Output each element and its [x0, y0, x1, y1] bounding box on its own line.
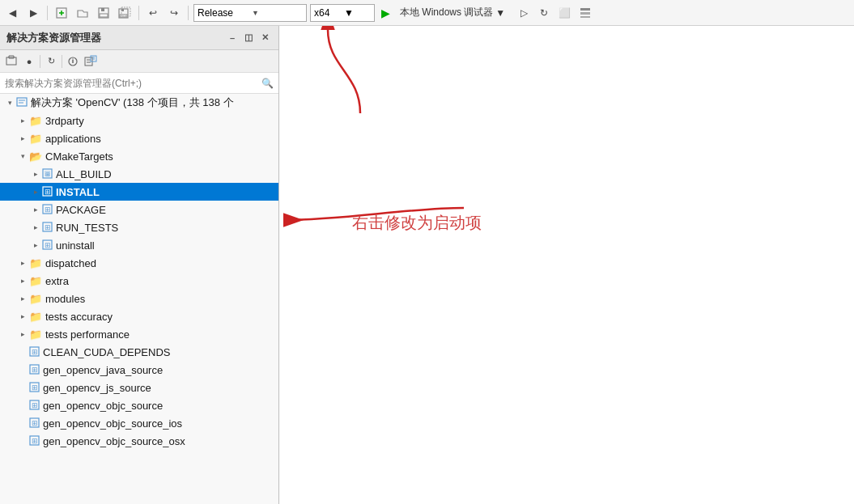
tree-item-CLEAN_CUDA[interactable]: ⊞ CLEAN_CUDA_DEPENDS	[0, 343, 278, 361]
pt-sep1	[40, 55, 40, 68]
svg-text:⊞: ⊞	[32, 437, 38, 445]
new-project-button[interactable]	[53, 4, 70, 22]
label-applications: applications	[45, 133, 101, 145]
folder-icon-CMakeTargets: 📂	[29, 150, 42, 163]
tree-item-dispatched[interactable]: ▸ 📁 dispatched	[0, 254, 278, 272]
open-button[interactable]	[74, 4, 91, 22]
run-arrow-icon: ▼	[495, 7, 505, 19]
expander-dispatched[interactable]: ▸	[16, 256, 29, 269]
tree-item-PACKAGE[interactable]: ▸ ⊞ PACKAGE	[0, 201, 278, 218]
search-bar: 🔍	[0, 73, 278, 94]
folder-icon-dispatched: 📁	[29, 257, 42, 269]
expander-CMakeTargets[interactable]: ▾	[16, 150, 29, 163]
expander-CLEAN_CUDA[interactable]	[16, 345, 29, 358]
panel-controls: – ◫ ✕	[225, 31, 272, 45]
expander-gen-java[interactable]	[16, 363, 29, 376]
forward-button[interactable]: ▶	[24, 4, 42, 22]
annotation-area: 右击修改为启动项	[279, 26, 854, 504]
label-CLEAN_CUDA: CLEAN_CUDA_DEPENDS	[43, 346, 171, 358]
expander-INSTALL[interactable]: ▸	[29, 185, 42, 198]
folder-icon-tests-accuracy: 📁	[29, 311, 42, 323]
back-button[interactable]: ◀	[3, 4, 21, 22]
solution-label: 解决方案 'OpenCV' (138 个项目，共 138 个	[31, 95, 234, 110]
tree-item-modules[interactable]: ▸ 📁 modules	[0, 290, 278, 307]
tree-item-tests-performance[interactable]: ▸ 📁 tests performance	[0, 325, 278, 343]
expander-tests-accuracy[interactable]: ▸	[16, 310, 29, 323]
platform-dropdown[interactable]: x64 ▼	[310, 4, 375, 22]
tree-item-uninstall[interactable]: ▸ ⊞ uninstall	[0, 236, 278, 254]
tree-item-applications[interactable]: ▸ 📁 applications	[0, 129, 278, 147]
panel-toolbar: ● ↻	[0, 50, 278, 73]
pending-changes-button[interactable]: ●	[21, 53, 37, 70]
expander-applications[interactable]: ▸	[16, 132, 29, 145]
label-tests-performance: tests performance	[45, 328, 130, 341]
sep2	[138, 6, 139, 20]
label-ALL_BUILD: ALL_BUILD	[56, 168, 112, 180]
expander-ALL_BUILD[interactable]: ▸	[29, 167, 42, 180]
tree-item-tests-accuracy[interactable]: ▸ 📁 tests accuracy	[0, 307, 278, 325]
show-all-files-button[interactable]	[3, 53, 19, 70]
cmake-icon-PACKAGE: ⊞	[42, 204, 53, 216]
svg-rect-10	[580, 8, 590, 11]
tree-item-RUN_TESTS[interactable]: ▸ ⊞ RUN_TESTS	[0, 218, 278, 236]
expander-gen-objc[interactable]	[16, 399, 29, 412]
expander-gen-objc-osx[interactable]	[16, 434, 29, 447]
cmake-icon-CLEAN_CUDA: ⊞	[29, 346, 40, 358]
expander-gen-objc-ios[interactable]	[16, 417, 29, 430]
expander-3rdparty[interactable]: ▸	[16, 114, 29, 127]
expander-modules[interactable]: ▸	[16, 292, 29, 305]
step-out-button[interactable]: ⬜	[555, 4, 573, 22]
expander-PACKAGE[interactable]: ▸	[29, 203, 42, 216]
label-gen-java: gen_opencv_java_source	[43, 364, 163, 376]
tree-item-gen-objc[interactable]: ⊞ gen_opencv_objc_source	[0, 396, 278, 414]
expander-uninstall[interactable]: ▸	[29, 239, 42, 252]
svg-rect-12	[580, 16, 590, 18]
refresh-button[interactable]: ↻	[43, 53, 59, 70]
label-gen-js: gen_opencv_js_source	[43, 382, 151, 394]
solution-explorer-button[interactable]	[576, 4, 594, 22]
properties-button[interactable]	[65, 53, 81, 70]
run-button[interactable]: 本地 Windows 调试器 ▼	[393, 4, 512, 22]
step-over-button[interactable]: ▷	[515, 4, 533, 22]
save-all-button[interactable]	[116, 4, 134, 22]
tree-item-gen-objc-osx[interactable]: ⊞ gen_opencv_objc_source_osx	[0, 432, 278, 450]
auto-hide-button[interactable]: ◫	[241, 31, 256, 45]
label-dispatched: dispatched	[45, 257, 96, 269]
cmake-icon-RUN_TESTS: ⊞	[42, 222, 53, 234]
config-dropdown[interactable]: Release ▼	[193, 4, 307, 22]
close-panel-button[interactable]: ✕	[257, 31, 272, 45]
undo-button[interactable]: ↩	[144, 4, 162, 22]
solution-props-button[interactable]	[83, 53, 99, 70]
expander-RUN_TESTS[interactable]: ▸	[29, 221, 42, 234]
panel-header: 解决方案资源管理器 – ◫ ✕	[0, 26, 278, 50]
tree-item-INSTALL[interactable]: ▸ ⊞ INSTALL	[0, 183, 278, 201]
tree-item-gen-objc-ios[interactable]: ⊞ gen_opencv_objc_source_ios	[0, 414, 278, 432]
solution-root-item[interactable]: ▾ 解决方案 'OpenCV' (138 个项目，共 138 个	[0, 94, 278, 112]
tree-item-3rdparty[interactable]: ▸ 📁 3rdparty	[0, 112, 278, 129]
tree-item-extra[interactable]: ▸ 📁 extra	[0, 272, 278, 290]
label-PACKAGE: PACKAGE	[56, 204, 106, 216]
panel-title: 解决方案资源管理器	[6, 31, 222, 45]
pin-button[interactable]: –	[225, 31, 240, 45]
tree-item-gen-java[interactable]: ⊞ gen_opencv_java_source	[0, 361, 278, 379]
cmake-icon-INSTALL: ⊞	[42, 186, 53, 198]
label-gen-objc: gen_opencv_objc_source	[43, 400, 163, 412]
config-value: Release	[198, 7, 249, 19]
expander-gen-js[interactable]	[16, 381, 29, 394]
folder-icon-modules: 📁	[29, 293, 42, 305]
save-button[interactable]	[95, 4, 113, 22]
solution-expander[interactable]: ▾	[3, 96, 16, 109]
label-tests-accuracy: tests accuracy	[45, 311, 113, 323]
tree-item-gen-js[interactable]: ⊞ gen_opencv_js_source	[0, 379, 278, 396]
expander-tests-performance[interactable]: ▸	[16, 328, 29, 341]
cmake-icon-gen-objc: ⊞	[29, 400, 40, 412]
search-input[interactable]	[5, 78, 258, 89]
expander-extra[interactable]: ▸	[16, 274, 29, 287]
tree-item-ALL_BUILD[interactable]: ▸ ⊞ ALL_BUILD	[0, 165, 278, 183]
step-into-button[interactable]: ↻	[535, 4, 553, 22]
label-uninstall: uninstall	[56, 239, 95, 252]
tree-item-CMakeTargets[interactable]: ▾ 📂 CMakeTargets	[0, 147, 278, 165]
cmake-icon-gen-java: ⊞	[29, 364, 40, 376]
redo-button[interactable]: ↪	[165, 4, 183, 22]
svg-text:⊞: ⊞	[45, 188, 51, 196]
